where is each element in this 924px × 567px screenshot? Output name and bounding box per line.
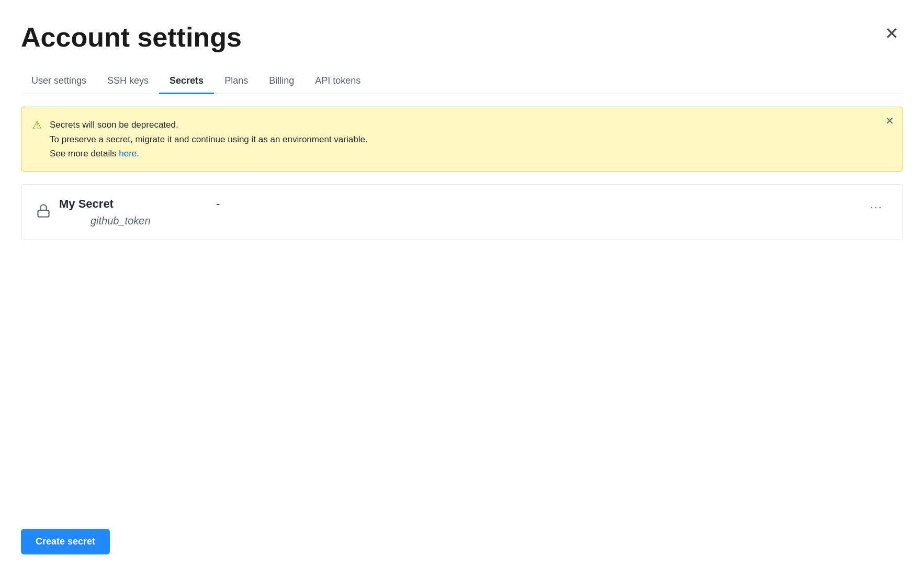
page-container: Account settings ✕ User settings SSH key…	[0, 0, 924, 261]
alert-line3-prefix: See more details	[50, 149, 119, 158]
alert-line2: To preserve a secret, migrate it and con…	[50, 134, 368, 144]
content-area: ⚠ Secrets will soon be deprecated. To pr…	[21, 94, 903, 240]
tab-api-tokens[interactable]: API tokens	[305, 69, 371, 94]
more-options-button[interactable]: ···	[865, 197, 888, 217]
secret-env-name: github_token	[91, 215, 151, 227]
alert-link[interactable]: here.	[119, 149, 139, 158]
secret-top-line: My Secret -	[59, 197, 865, 211]
alert-text: Secrets will soon be deprecated. To pres…	[50, 118, 368, 161]
tabs-row: User settings SSH keys Secrets Plans Bil…	[21, 69, 903, 94]
create-secret-button[interactable]: Create secret	[21, 529, 110, 554]
alert-banner: ⚠ Secrets will soon be deprecated. To pr…	[21, 107, 903, 172]
secret-bottom-line: github_token	[59, 215, 865, 227]
page-title: Account settings	[21, 21, 242, 53]
secrets-list: My Secret - github_token ···	[21, 184, 903, 240]
tab-user-settings[interactable]: User settings	[21, 69, 97, 94]
lock-icon	[36, 203, 51, 220]
alert-close-button[interactable]: ✕	[885, 116, 894, 126]
table-row: My Secret - github_token ···	[21, 185, 903, 240]
tab-billing[interactable]: Billing	[258, 69, 305, 94]
close-button[interactable]: ✕	[881, 21, 903, 46]
tab-secrets[interactable]: Secrets	[159, 69, 214, 94]
alert-line1: Secrets will soon be deprecated.	[50, 120, 178, 130]
secret-name: My Secret	[59, 197, 185, 211]
header-row: Account settings ✕	[21, 21, 903, 53]
svg-rect-0	[38, 210, 49, 217]
bottom-bar: Create secret	[0, 516, 924, 567]
secret-details: My Secret - github_token	[59, 197, 865, 227]
tab-plans[interactable]: Plans	[214, 69, 258, 94]
tab-ssh-keys[interactable]: SSH keys	[97, 69, 159, 94]
secret-value: -	[216, 197, 220, 211]
warning-icon: ⚠	[32, 119, 42, 132]
